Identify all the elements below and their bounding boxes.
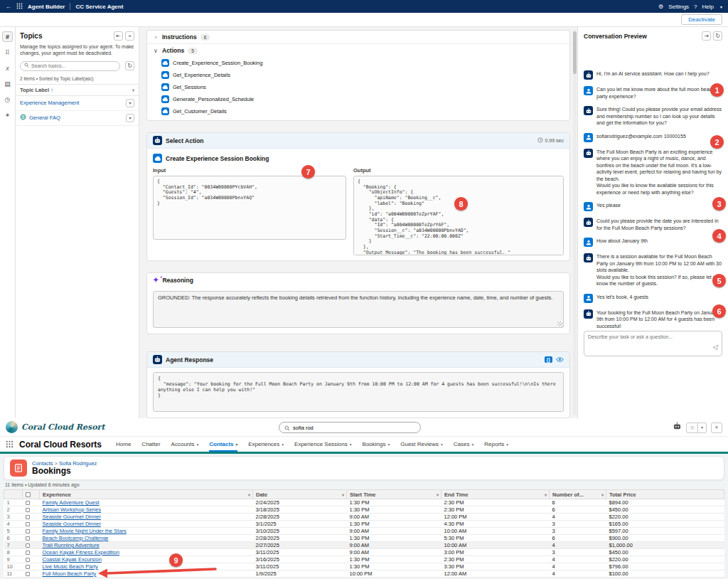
topics-icon[interactable]: #	[2, 31, 13, 42]
experience-link[interactable]: Family Movie Night Under the Stars	[43, 528, 127, 534]
row-checkbox[interactable]	[26, 551, 31, 556]
tab-contacts[interactable]: Contacts▾	[209, 437, 237, 452]
json-toggle-icon[interactable]: {}	[545, 356, 552, 363]
table-row[interactable]: 8Ocean Kayak Fitness Expedition3/11/2025…	[4, 549, 724, 556]
column-header-total-price[interactable]: Total Price	[606, 490, 724, 499]
table-row[interactable]: 3Seaside Gourmet Dinner2/28/20259:00 AM1…	[4, 514, 724, 521]
action-item[interactable]: Create_Experience_Session_Booking	[147, 57, 569, 69]
table-row[interactable]: 7Trail Running Adventure2/27/20259:00 AM…	[4, 542, 724, 549]
experience-link[interactable]: Coastal Kayak Excursion	[43, 556, 102, 563]
send-icon[interactable]	[712, 341, 719, 354]
breadcrumb-contacts-link[interactable]: Contacts	[32, 460, 53, 467]
reasoning-text[interactable]: GROUNDED: The response accurately reflec…	[153, 291, 564, 328]
restart-conversation-icon[interactable]: ↻	[713, 31, 722, 41]
tab-experience-sessions[interactable]: Experience Sessions▾	[294, 437, 351, 452]
table-row[interactable]: 2Artisan Workshop Series3/18/20251:30 PM…	[4, 506, 724, 514]
table-row[interactable]: 9Coastal Kayak Excursion3/16/20251:30 PM…	[4, 556, 724, 563]
tab-home[interactable]: Home	[116, 437, 131, 452]
settings-label[interactable]: Settings	[668, 4, 689, 10]
experience-link[interactable]: Seaside Gourmet Dinner	[43, 514, 102, 520]
action-item[interactable]: Get_Customer_Details	[147, 105, 569, 117]
experience-link[interactable]: Seaside Gourmet Dinner	[43, 521, 102, 527]
app-launcher-icon[interactable]	[6, 438, 14, 451]
row-checkbox[interactable]	[26, 508, 31, 513]
favorites-button[interactable]: ☆ ▾	[686, 423, 707, 433]
topic-link[interactable]: Experience Management	[20, 100, 123, 106]
table-row[interactable]: 10Live Music Beach Party3/11/20251:30 PM…	[4, 563, 724, 570]
star-icon[interactable]: ☆	[687, 425, 697, 431]
experience-link[interactable]: Trail Running Adventure	[43, 542, 100, 548]
agent-tab[interactable]: CC Service Agent	[75, 4, 123, 10]
tab-bookings[interactable]: Bookings▾	[363, 437, 390, 452]
row-checkbox[interactable]	[26, 501, 31, 506]
help-icon[interactable]: ?	[694, 4, 697, 10]
column-header-start-time[interactable]: Start Time▾	[347, 490, 441, 499]
global-search-input[interactable]	[293, 425, 415, 431]
tab-experiences[interactable]: Experiences▾	[248, 437, 284, 452]
tab-accounts[interactable]: Accounts▾	[171, 437, 199, 452]
select-all-checkbox[interactable]	[26, 492, 31, 497]
row-checkbox[interactable]	[26, 543, 31, 548]
row-actions-icon[interactable]: ▾	[126, 114, 134, 122]
canvas-scrollbar[interactable]	[573, 30, 577, 415]
experience-link[interactable]: Beach Bootcamp Challenge	[43, 535, 109, 541]
topics-search-input[interactable]	[31, 63, 116, 68]
action-item[interactable]: Get_Sessions	[147, 81, 569, 93]
row-actions-icon[interactable]: ▾	[126, 99, 134, 107]
action-item[interactable]: Get_Experience_Details	[147, 69, 569, 81]
action-item[interactable]: Generate_Personalized_Schedule	[147, 93, 569, 105]
experience-link[interactable]: Ocean Kayak Fitness Expedition	[43, 549, 119, 556]
connections-icon[interactable]: ⠿	[2, 47, 13, 58]
input-json[interactable]: { "Contact_Id": "0034W00000PYcbVAH", "Gu…	[153, 176, 346, 240]
row-checkbox[interactable]	[26, 529, 31, 534]
versions-icon[interactable]: ◷	[2, 94, 13, 105]
tab-guest-reviews[interactable]: Guest Reviews▾	[400, 437, 443, 452]
back-icon[interactable]: ←	[6, 4, 11, 10]
row-checkbox[interactable]	[26, 536, 31, 541]
column-chevron-icon[interactable]: ▾	[132, 87, 134, 92]
tab-chatter[interactable]: Chatter	[141, 437, 160, 452]
tab-cases[interactable]: Cases▾	[454, 437, 473, 452]
column-header-number-of[interactable]: Number of...▾	[550, 490, 606, 499]
table-row[interactable]: 1Family Adventure Quest2/24/20251:30 PM2…	[4, 499, 724, 506]
table-row[interactable]: 11Full Moon Beach Party1/9/202510:00 PM1…	[4, 570, 724, 578]
topic-label-column-header[interactable]: Topic Label ↑ ▾	[16, 84, 139, 96]
instructions-toggle[interactable]: › Instructions 6	[147, 31, 569, 43]
crm-app-name[interactable]: Coral Cloud Resorts	[19, 440, 102, 450]
column-header-date[interactable]: Date▾	[253, 490, 347, 499]
einstein-icon[interactable]: ✶	[2, 110, 13, 120]
experience-link[interactable]: Family Adventure Quest	[43, 499, 100, 506]
deactivate-button[interactable]: Deactivate	[681, 14, 722, 25]
agentforce-icon[interactable]	[673, 421, 682, 434]
variables-icon[interactable]: x	[2, 63, 13, 73]
refresh-icon[interactable]: ↻	[125, 61, 134, 70]
row-checkbox[interactable]	[26, 572, 31, 577]
row-checkbox[interactable]	[26, 565, 31, 570]
global-add-button[interactable]: +	[711, 423, 722, 433]
chat-input[interactable]	[584, 331, 722, 356]
collapse-right-icon[interactable]: ⇥	[702, 31, 711, 41]
table-row[interactable]: 5Family Movie Night Under the Stars3/10/…	[4, 528, 724, 535]
gear-icon[interactable]: ⚙	[658, 4, 663, 10]
knowledge-icon[interactable]: ▤	[2, 78, 13, 89]
column-header-experience[interactable]: Experience▾	[40, 490, 253, 499]
experience-link[interactable]: Artisan Workshop Series	[43, 506, 101, 513]
experience-link[interactable]: Live Music Beach Party	[43, 563, 98, 570]
tab-reports[interactable]: Reports▾	[484, 437, 508, 452]
eye-icon[interactable]	[556, 356, 564, 363]
table-row[interactable]: 6Beach Bootcamp Challenge2/28/20251:30 P…	[4, 535, 724, 542]
favorites-chevron-icon[interactable]: ▾	[698, 425, 706, 430]
row-checkbox[interactable]	[26, 558, 31, 563]
row-checkbox[interactable]	[26, 522, 31, 527]
breadcrumb-record-link[interactable]: Sofia Rodriguez	[59, 460, 97, 467]
table-row[interactable]: 4Seaside Gourmet Dinner3/1/20251:30 PM4:…	[4, 521, 724, 528]
help-label[interactable]: Help	[702, 4, 714, 10]
agent-response-json[interactable]: { "message": "Your booking for the Full …	[153, 372, 564, 412]
experience-link[interactable]: Full Moon Beach Party	[43, 570, 97, 577]
close-icon[interactable]: ×	[125, 31, 134, 41]
actions-toggle[interactable]: ∨ Actions 5	[147, 44, 569, 57]
topic-link[interactable]: General FAQ	[29, 115, 123, 121]
row-checkbox[interactable]	[26, 515, 31, 520]
app-waffle-icon[interactable]	[16, 3, 23, 11]
output-json[interactable]: { "Booking": { "sObjectInfo": { "apiName…	[353, 176, 564, 255]
